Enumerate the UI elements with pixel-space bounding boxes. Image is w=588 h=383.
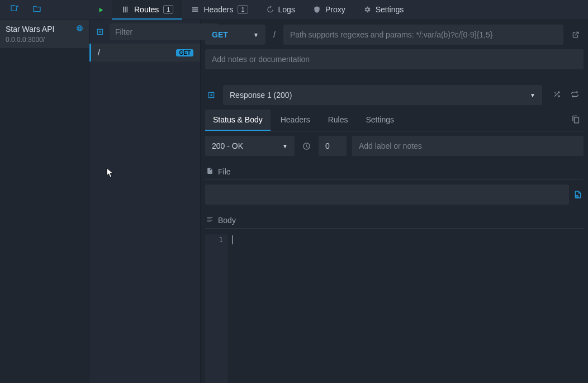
start-server-button[interactable] <box>89 0 112 20</box>
body-editor[interactable]: 1 <box>205 234 584 383</box>
path-slash: / <box>270 25 279 45</box>
tab-routes[interactable]: Routes 1 <box>112 0 182 20</box>
method-select-value: GET <box>212 30 228 39</box>
logs-icon <box>266 6 274 13</box>
file-icon <box>206 167 214 176</box>
status-code-select[interactable]: 200 - OK ▼ <box>205 136 295 156</box>
tab-proxy-label: Proxy <box>325 5 345 14</box>
shuffle-icon[interactable] <box>552 90 561 100</box>
browse-file-icon[interactable] <box>572 185 584 205</box>
response-select-value: Response 1 (200) <box>230 91 292 100</box>
file-section-label: File <box>205 164 584 180</box>
new-env-icon[interactable] <box>10 4 19 16</box>
globe-icon <box>76 25 83 34</box>
editor-gutter: 1 <box>205 234 227 383</box>
subtab-status-body[interactable]: Status & Body <box>205 110 271 131</box>
open-external-icon[interactable] <box>568 25 584 45</box>
routes-icon <box>121 5 130 14</box>
chevron-down-icon: ▼ <box>530 92 535 98</box>
response-label-input[interactable] <box>352 136 584 156</box>
subtab-settings[interactable]: Settings <box>358 110 402 131</box>
notes-input[interactable] <box>205 49 584 69</box>
tab-routes-label: Routes <box>134 5 159 14</box>
tab-proxy[interactable]: Proxy <box>304 0 354 20</box>
settings-icon <box>363 6 371 13</box>
clock-icon <box>300 142 313 150</box>
proxy-icon <box>313 6 321 13</box>
headers-count-badge: 1 <box>238 5 248 14</box>
env-item[interactable]: Star Wars API 0.0.0.0:3000/ <box>0 20 89 48</box>
subtab-rules[interactable]: Rules <box>320 110 356 131</box>
headers-icon <box>191 6 199 13</box>
chevron-down-icon: ▼ <box>282 143 288 149</box>
routes-list: / GET <box>89 20 201 383</box>
file-path-input[interactable] <box>205 185 569 205</box>
body-section-label: Body <box>205 212 584 229</box>
top-bar: Routes 1 Headers 1 Logs Proxy Settings <box>0 0 588 20</box>
body-icon <box>206 216 214 225</box>
response-select[interactable]: Response 1 (200) ▼ <box>223 85 542 105</box>
tab-logs[interactable]: Logs <box>257 0 304 20</box>
tab-headers[interactable]: Headers 1 <box>182 0 257 20</box>
repeat-icon[interactable] <box>571 90 579 100</box>
env-sidebar: Star Wars API 0.0.0.0:3000/ <box>0 20 89 383</box>
routes-count-badge: 1 <box>163 5 173 14</box>
method-select[interactable]: GET ▼ <box>205 25 265 45</box>
route-method-badge: GET <box>176 49 193 56</box>
tab-headers-label: Headers <box>203 5 233 14</box>
add-response-button[interactable] <box>205 91 217 99</box>
tab-settings-label: Settings <box>376 5 404 14</box>
chevron-down-icon: ▼ <box>253 32 259 38</box>
editor-content[interactable] <box>227 234 584 383</box>
env-name: Star Wars API <box>6 25 54 34</box>
delay-input[interactable] <box>319 136 347 156</box>
tab-settings[interactable]: Settings <box>354 0 413 20</box>
status-code-value: 200 - OK <box>212 141 243 150</box>
add-route-button[interactable] <box>96 28 104 36</box>
route-path-label: / <box>98 48 100 57</box>
open-folder-icon[interactable] <box>32 4 41 16</box>
copy-icon[interactable] <box>572 115 580 125</box>
path-input[interactable] <box>283 25 563 45</box>
subtab-headers[interactable]: Headers <box>273 110 318 131</box>
env-host: 0.0.0.0:3000/ <box>6 36 83 44</box>
tab-logs-label: Logs <box>278 5 295 14</box>
route-editor: GET ▼ / Response 1 (200) ▼ <box>201 20 588 383</box>
route-list-item[interactable]: / GET <box>89 44 200 62</box>
